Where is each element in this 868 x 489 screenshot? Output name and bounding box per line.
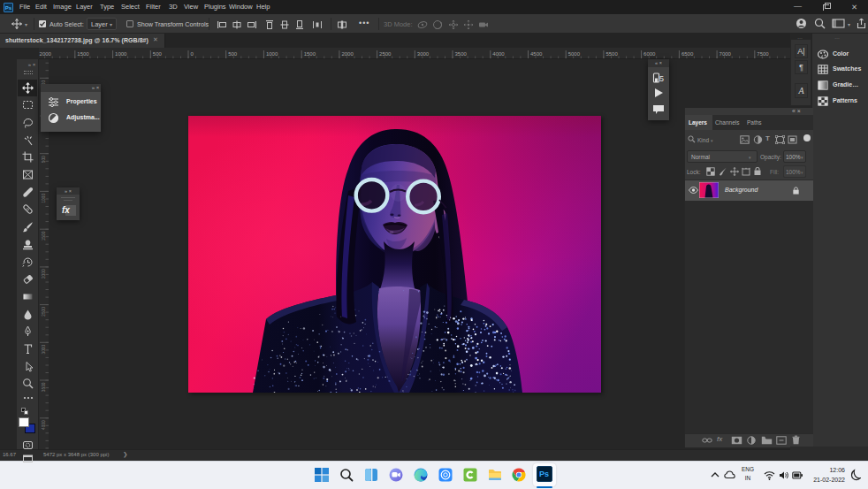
- svg-text:1500: 1500: [42, 231, 46, 241]
- svg-text:2000: 2000: [341, 51, 354, 57]
- svg-text:1500: 1500: [77, 51, 89, 57]
- svg-text:5: 5: [659, 74, 664, 83]
- svg-text:3500: 3500: [42, 382, 46, 392]
- svg-text:4000: 4000: [492, 51, 505, 57]
- svg-text:3500: 3500: [455, 51, 468, 57]
- svg-text:5500: 5500: [605, 51, 618, 57]
- svg-text:3000: 3000: [417, 51, 430, 57]
- svg-text:1000: 1000: [42, 194, 46, 203]
- svg-text:7500: 7500: [757, 51, 769, 57]
- svg-text:2500: 2500: [42, 307, 46, 317]
- svg-text:6500: 6500: [681, 51, 694, 57]
- svg-text:500: 500: [228, 51, 238, 57]
- svg-text:4000: 4000: [42, 420, 46, 430]
- svg-text:2000: 2000: [40, 51, 52, 57]
- svg-text:500: 500: [153, 51, 163, 57]
- svg-text:2000: 2000: [42, 269, 46, 279]
- svg-text:4500: 4500: [530, 51, 543, 57]
- svg-text:500: 500: [42, 156, 46, 163]
- svg-text:1000: 1000: [115, 51, 127, 57]
- svg-text:1000: 1000: [266, 51, 278, 57]
- svg-text:3000: 3000: [42, 344, 46, 354]
- svg-text:0: 0: [191, 51, 194, 57]
- svg-text:7000: 7000: [720, 51, 732, 57]
- svg-text:6000: 6000: [643, 51, 656, 57]
- svg-text:2500: 2500: [379, 51, 392, 57]
- svg-text:1500: 1500: [304, 51, 316, 57]
- svg-text:5000: 5000: [568, 51, 581, 57]
